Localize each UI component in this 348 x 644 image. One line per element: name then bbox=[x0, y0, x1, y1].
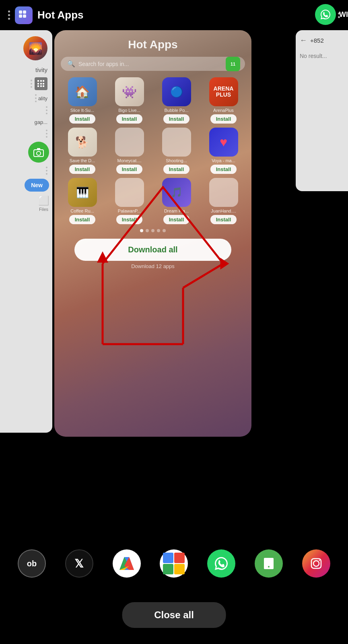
search-icon: 🔍 bbox=[67, 60, 75, 68]
left-menu-dots[interactable] bbox=[8, 10, 10, 20]
search-placeholder: Search for apps in... bbox=[78, 61, 129, 67]
app-item-coffee: 🎹 Coffee Ru... Install bbox=[61, 178, 104, 224]
install-btn-dream[interactable]: Install bbox=[163, 215, 190, 224]
app-icon-moneycat bbox=[115, 128, 144, 157]
install-btn-bigo[interactable]: Install bbox=[116, 114, 143, 124]
download-count: Download 12 apps bbox=[131, 263, 175, 269]
install-btn-juan[interactable]: Install bbox=[210, 215, 237, 224]
svg-rect-1 bbox=[23, 10, 26, 14]
notification-badge: 11 bbox=[226, 57, 240, 71]
svg-rect-2 bbox=[19, 14, 22, 18]
bottom-dock: ob 𝕏 bbox=[0, 543, 348, 584]
search-bar[interactable]: 🔍 Search for apps in... 11 bbox=[61, 57, 245, 71]
top-bar-right: WI bbox=[338, 12, 340, 18]
page-title: Hot Apps bbox=[37, 9, 84, 21]
app-item-bubble: 🔵 Bubble Po... Install bbox=[155, 77, 198, 124]
app-name-dream: Dream Pia... bbox=[164, 208, 189, 213]
dots-5[interactable] bbox=[46, 167, 47, 175]
app-name-bubble: Bubble Po... bbox=[165, 108, 189, 113]
page-dots bbox=[140, 229, 166, 232]
install-btn-slice[interactable]: Install bbox=[69, 114, 96, 124]
files-icon: ⬜ bbox=[38, 196, 49, 206]
install-btn-palawan[interactable]: Install bbox=[116, 215, 143, 224]
hot-apps-app-icon bbox=[15, 6, 33, 24]
files-label: Files bbox=[39, 207, 48, 212]
app-name-save: Save the D... bbox=[70, 158, 95, 163]
dock-whatsapp-icon[interactable] bbox=[207, 549, 235, 578]
app-icon-slice: 🏠 bbox=[68, 77, 97, 106]
top-bar: Hot Apps WI bbox=[0, 0, 348, 30]
install-btn-shooting[interactable]: Install bbox=[163, 165, 190, 174]
install-btn-moneycat[interactable]: Install bbox=[116, 165, 143, 174]
camera-button[interactable] bbox=[28, 142, 49, 163]
app-item-arena: ARENAPLUS ArenaPlus Install bbox=[202, 77, 245, 124]
hot-apps-card: Hot Apps 🔍 Search for apps in... 11 🏠 bbox=[54, 30, 251, 437]
dock-instagram-icon[interactable] bbox=[302, 549, 330, 578]
left-dots-4-row bbox=[46, 130, 49, 138]
app-icon-juan bbox=[209, 178, 238, 207]
back-arrow[interactable]: ← bbox=[300, 36, 307, 45]
app-name-voya: Voya - ma... bbox=[212, 158, 235, 163]
page-dot-1[interactable] bbox=[140, 229, 143, 232]
dock-phone-icon[interactable] bbox=[255, 549, 283, 578]
app-icon-palawan bbox=[115, 178, 144, 207]
gap-label: gap... bbox=[34, 118, 49, 126]
install-btn-voya[interactable]: Install bbox=[210, 165, 237, 174]
svg-rect-6 bbox=[37, 148, 40, 150]
install-btn-arena[interactable]: Install bbox=[210, 114, 237, 124]
svg-rect-3 bbox=[23, 14, 26, 18]
download-all-button[interactable]: Download all bbox=[74, 239, 231, 261]
install-btn-coffee[interactable]: Install bbox=[69, 215, 96, 224]
grid-view-icon[interactable] bbox=[35, 77, 47, 90]
app-item-slice: 🏠 Slice It-Su... Install bbox=[61, 77, 104, 124]
close-all-button[interactable]: Close all bbox=[122, 602, 226, 628]
app-icon-arena: ARENAPLUS bbox=[209, 77, 238, 106]
app-icon-save: 🐕 bbox=[68, 128, 97, 157]
app-item-save: 🐕 Save the D... Install bbox=[61, 128, 104, 174]
install-btn-save[interactable]: Install bbox=[69, 165, 96, 174]
files-section[interactable]: ⬜ Files bbox=[38, 196, 49, 212]
app-item-dream: 🎵 Dream Pia... Install bbox=[155, 178, 198, 224]
install-btn-bubble[interactable]: Install bbox=[163, 114, 190, 124]
dock-twitter-icon[interactable]: 𝕏 bbox=[65, 549, 93, 578]
app-item-shooting: Shooting... Install bbox=[155, 128, 198, 174]
no-result-label: No result... bbox=[300, 53, 344, 59]
app-name-arena: ArenaPlus bbox=[213, 108, 234, 113]
left-icon-row bbox=[3, 77, 49, 90]
left-dots-1[interactable] bbox=[31, 80, 32, 88]
right-panel: ← +852 No result... bbox=[296, 30, 348, 191]
app-item-juan: JuanHand.... Install bbox=[202, 178, 245, 224]
page-dot-3[interactable] bbox=[151, 229, 154, 232]
quality-label: ality bbox=[38, 95, 47, 101]
app-name-juan: JuanHand.... bbox=[211, 208, 236, 213]
dock-drive-icon[interactable] bbox=[113, 549, 141, 578]
dots-4[interactable] bbox=[46, 130, 47, 138]
left-activity-label: tivity bbox=[35, 66, 49, 73]
whatsapp-icon[interactable] bbox=[315, 4, 336, 25]
page-dot-5[interactable] bbox=[163, 229, 166, 232]
top-bar-left: Hot Apps bbox=[8, 6, 84, 24]
dock-apps-icon[interactable] bbox=[160, 549, 188, 578]
page-dot-2[interactable] bbox=[146, 229, 149, 232]
app-name-slice: Slice It-Su... bbox=[70, 108, 94, 113]
dots-3[interactable] bbox=[46, 106, 47, 114]
dots-2[interactable] bbox=[35, 94, 37, 102]
svg-point-5 bbox=[37, 151, 41, 155]
app-name-bigo: Bigo Live... bbox=[118, 108, 140, 113]
app-item-bigo: 👾 Bigo Live... Install bbox=[108, 77, 151, 124]
page-dot-4[interactable] bbox=[157, 229, 160, 232]
left-dots-5-row bbox=[46, 167, 49, 175]
app-icon-bigo: 👾 bbox=[115, 77, 144, 106]
whatsapp-partial-label: WI bbox=[339, 10, 348, 19]
svg-rect-0 bbox=[19, 10, 22, 14]
app-icon-dream: 🎵 bbox=[162, 178, 191, 207]
left-panel: 🌄 tivity bbox=[0, 30, 52, 433]
app-name-palawan: PalawanP... bbox=[118, 208, 141, 213]
phone-number: +852 bbox=[310, 37, 324, 44]
svg-point-20 bbox=[319, 560, 320, 561]
app-icon-shooting bbox=[162, 128, 191, 157]
app-grid: 🏠 Slice It-Su... Install 👾 B bbox=[61, 77, 245, 224]
screen: Hot Apps WI 🌄 tivity bbox=[0, 0, 348, 644]
dock-letters-icon[interactable]: ob bbox=[18, 549, 46, 578]
new-button[interactable]: New bbox=[25, 179, 49, 192]
